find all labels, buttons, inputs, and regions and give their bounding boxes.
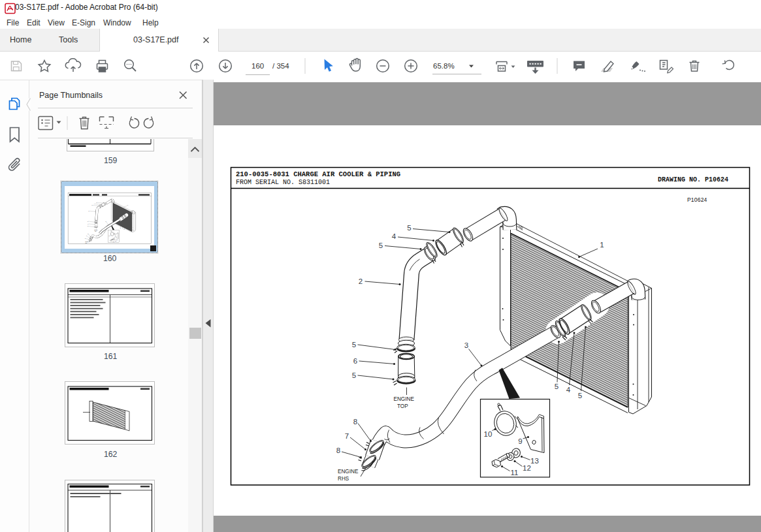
svg-text:6: 6 xyxy=(353,357,357,365)
svg-text:4: 4 xyxy=(566,386,571,394)
svg-text:1: 1 xyxy=(600,241,604,249)
svg-text:8: 8 xyxy=(353,418,357,426)
svg-text:13: 13 xyxy=(530,457,539,465)
svg-text:ENGINE: ENGINE xyxy=(394,396,415,402)
svg-text:10: 10 xyxy=(484,430,493,438)
svg-text:3: 3 xyxy=(464,341,468,349)
svg-text:5: 5 xyxy=(352,341,356,349)
svg-text:TOP: TOP xyxy=(397,403,408,409)
svg-text:5: 5 xyxy=(352,371,356,379)
svg-text:7: 7 xyxy=(345,432,349,440)
svg-text:ENGINE: ENGINE xyxy=(338,469,359,475)
svg-text:4: 4 xyxy=(392,232,397,240)
svg-text:2: 2 xyxy=(359,277,363,285)
svg-text:RHS: RHS xyxy=(338,476,349,482)
svg-text:5: 5 xyxy=(578,392,582,399)
svg-text:12: 12 xyxy=(523,464,531,472)
svg-text:5: 5 xyxy=(407,224,411,232)
svg-text:8: 8 xyxy=(336,446,340,454)
svg-text:9: 9 xyxy=(518,437,522,445)
svg-text:11: 11 xyxy=(511,469,519,477)
svg-text:5: 5 xyxy=(379,242,383,249)
svg-text:5: 5 xyxy=(555,383,559,390)
